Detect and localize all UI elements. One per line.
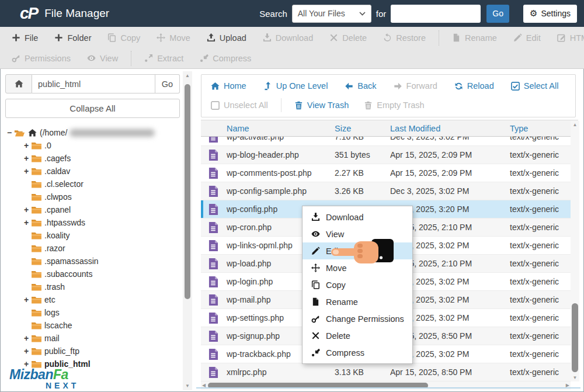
expand-plus-icon[interactable]: + xyxy=(22,295,30,304)
expand-plus-icon[interactable]: + xyxy=(22,205,30,214)
search-input[interactable] xyxy=(391,5,481,23)
up-icon xyxy=(263,82,272,91)
sidebar-scrollbar-thumb[interactable] xyxy=(185,84,190,299)
folder-icon xyxy=(31,231,42,240)
tree-item-razor[interactable]: .razor xyxy=(5,242,180,255)
sidebar-scrollbar[interactable]: ▲ ▼ xyxy=(183,71,192,390)
expand-plus-icon[interactable]: + xyxy=(22,334,30,343)
toolbar-folder-button[interactable]: Folder xyxy=(46,33,99,43)
column-last-modified[interactable]: Last Modified xyxy=(390,124,510,133)
nav-view-trash-link[interactable]: View Trash xyxy=(294,100,349,110)
file-row-wp-blog-header-php[interactable]: wp-blog-header.php351 bytesApr 15, 2025,… xyxy=(201,146,578,164)
search-scope-select[interactable]: All Your Files xyxy=(292,5,371,23)
tree-item-clwpos[interactable]: .clwpos xyxy=(5,190,180,203)
file-name[interactable]: xmlrpc.php xyxy=(227,367,335,377)
menu-delete-item[interactable]: Delete xyxy=(303,327,412,344)
menu-edit-item[interactable]: Edit xyxy=(303,242,412,259)
menu-copy-item[interactable]: Copy xyxy=(303,276,412,293)
tree-item-koality[interactable]: .koality xyxy=(5,229,180,242)
expand-plus-icon[interactable]: + xyxy=(22,154,30,163)
tree-item-subaccounts[interactable]: .subaccounts xyxy=(5,268,180,280)
sidebar: Go Collapse All − (/home/ +.0+.cagefs+.c… xyxy=(5,74,180,370)
tree-item-label: .spamassassin xyxy=(44,256,99,266)
table-vertical-scrollbar[interactable]: ▲ ▼ xyxy=(571,121,579,381)
folder-tree: − (/home/ +.0+.cagefs+.caldav.cl.selecto… xyxy=(5,126,180,370)
settings-label: Settings xyxy=(541,9,571,18)
menu-compress-item[interactable]: Compress xyxy=(303,344,412,361)
tree-item-cpanel[interactable]: +.cpanel xyxy=(5,203,180,216)
path-go-button[interactable]: Go xyxy=(155,74,180,93)
pencil-icon xyxy=(311,247,320,255)
file-icon xyxy=(208,185,218,197)
tree-item-0[interactable]: +.0 xyxy=(5,139,180,152)
settings-button[interactable]: ⚙ Settings xyxy=(523,5,577,23)
scroll-down-icon[interactable]: ▼ xyxy=(183,383,192,388)
file-name[interactable]: wp-config-sample.php xyxy=(227,186,335,196)
menu-move-item[interactable]: Move xyxy=(303,259,412,276)
toolbar-download-button: Download xyxy=(255,33,322,43)
column-size[interactable]: Size xyxy=(335,124,390,133)
file-row-wp-activate-php[interactable]: wp-activate.php7.16 KBDec 3, 2025, 3:02 … xyxy=(201,137,578,146)
expand-plus-icon[interactable]: + xyxy=(22,166,30,176)
tree-item-caldav[interactable]: +.caldav xyxy=(5,165,180,178)
scroll-up-icon[interactable]: ▲ xyxy=(571,122,579,127)
nav-home-label: Home xyxy=(224,81,246,91)
nav-back-link[interactable]: Back xyxy=(345,81,376,91)
download-icon xyxy=(311,213,320,221)
toolbar-html-editor-button: HTML Editor xyxy=(549,33,584,43)
upload-icon xyxy=(207,33,215,42)
toolbar-file-button[interactable]: File xyxy=(4,33,46,43)
toolbar-row-1: FileFolderCopyMoveUploadDownloadDeleteRe… xyxy=(0,27,584,48)
page-title: File Manager xyxy=(44,7,109,20)
tree-item-public-ftp[interactable]: +public_ftp xyxy=(5,345,180,358)
nav-home-link[interactable]: Home xyxy=(211,81,246,91)
toolbar-upload-label: Upload xyxy=(220,33,246,43)
menu-rename-item[interactable]: Rename xyxy=(303,293,412,310)
path-input[interactable] xyxy=(32,74,155,93)
collapse-minus-icon[interactable]: − xyxy=(5,128,13,137)
tree-item-mail[interactable]: +mail xyxy=(5,332,180,345)
nav-up-one-level-link[interactable]: Up One Level xyxy=(263,81,328,91)
file-name[interactable]: wp-activate.php xyxy=(227,137,335,141)
menu-change-permissions-item[interactable]: Change Permissions xyxy=(303,310,412,327)
tree-item-cl-selector[interactable]: .cl.selector xyxy=(5,178,180,190)
search-label: Search xyxy=(259,9,287,19)
menu-download-item[interactable]: Download xyxy=(303,209,412,226)
chevron-down-icon xyxy=(359,12,366,16)
expand-plus-icon[interactable]: + xyxy=(22,141,30,150)
expand-plus-icon[interactable]: + xyxy=(22,346,30,356)
tree-item-lscache[interactable]: lscache xyxy=(5,319,180,332)
collapse-all-button[interactable]: Collapse All xyxy=(5,99,180,118)
file-row-wp-comments-post-php[interactable]: wp-comments-post.php2.27 KBApr 15, 2025,… xyxy=(201,164,578,182)
file-row-xmlrpc-php[interactable]: xmlrpc.php3.13 KBApr 15, 2025, 8:50 PMte… xyxy=(201,363,578,381)
scroll-up-icon[interactable]: ▲ xyxy=(183,73,192,78)
nav-select-all-link[interactable]: Select All xyxy=(511,81,559,91)
home-path-button[interactable] xyxy=(5,74,32,93)
scroll-down-icon[interactable]: ▼ xyxy=(571,375,579,380)
column-name[interactable]: Name xyxy=(227,124,335,133)
file-type: text/x-generic xyxy=(510,259,578,268)
tree-item-logs[interactable]: logs xyxy=(5,306,180,319)
file-manager-app: cP File Manager Search All Your Files fo… xyxy=(0,0,584,392)
tree-item-label: mail xyxy=(44,334,60,343)
file-name[interactable]: wp-comments-post.php xyxy=(227,168,335,178)
nav-reload-link[interactable]: Reload xyxy=(454,81,494,91)
tree-item-spamassassin[interactable]: .spamassassin xyxy=(5,255,180,268)
toolbar-upload-button[interactable]: Upload xyxy=(199,33,255,43)
tree-item-trash[interactable]: .trash xyxy=(5,280,180,293)
file-type: text/x-generic xyxy=(510,367,578,377)
expand-plus-icon[interactable]: + xyxy=(22,218,30,227)
menu-view-item[interactable]: View xyxy=(303,226,412,242)
forward-icon xyxy=(394,82,402,91)
tree-item-htpasswds[interactable]: +.htpasswds xyxy=(5,216,180,229)
file-row-wp-config-sample-php[interactable]: wp-config-sample.php3.26 KBDec 3, 2025, … xyxy=(201,182,578,200)
table-vscroll-thumb[interactable] xyxy=(572,303,578,372)
file-name[interactable]: wp-blog-header.php xyxy=(227,150,335,159)
folder-icon xyxy=(31,167,42,176)
tree-item-etc[interactable]: +etc xyxy=(5,293,180,306)
search-go-button[interactable]: Go xyxy=(486,5,509,23)
tree-root-item[interactable]: − (/home/ xyxy=(5,126,180,139)
tree-item-label: lscache xyxy=(44,321,72,330)
tree-item-cagefs[interactable]: +.cagefs xyxy=(5,152,180,165)
column-type[interactable]: Type xyxy=(510,124,578,133)
